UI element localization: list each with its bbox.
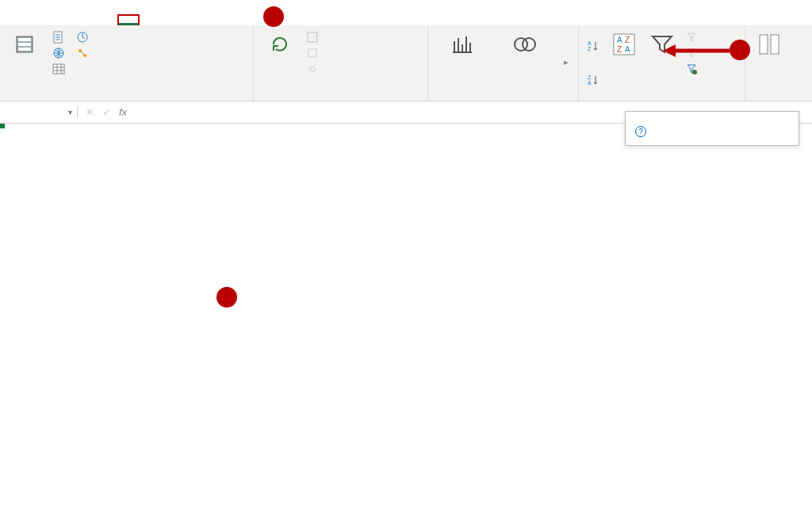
currencies-button[interactable] bbox=[497, 29, 553, 96]
from-web-button[interactable] bbox=[51, 46, 70, 60]
svg-text:A: A bbox=[617, 36, 622, 44]
existing-connections-button[interactable] bbox=[75, 46, 94, 60]
chevron-down-icon[interactable]: ▾ bbox=[68, 108, 72, 116]
sort-desc-icon: ZA bbox=[587, 74, 599, 86]
text-to-columns-icon bbox=[756, 32, 782, 57]
sort-asc-icon: AZ bbox=[587, 40, 599, 52]
svg-rect-3 bbox=[18, 48, 31, 51]
currencies-icon bbox=[512, 32, 538, 57]
callout-3 bbox=[730, 40, 750, 60]
queries-connections-button[interactable] bbox=[304, 30, 324, 44]
svg-text:Z: Z bbox=[625, 36, 630, 44]
svg-text:Z: Z bbox=[588, 46, 592, 52]
group-queries-label bbox=[260, 96, 421, 101]
globe-icon bbox=[52, 47, 65, 59]
filter-button[interactable] bbox=[645, 29, 679, 96]
svg-text:Z: Z bbox=[617, 45, 622, 54]
group-sort-filter-label bbox=[585, 96, 738, 101]
from-text-csv-button[interactable] bbox=[51, 30, 70, 44]
cancel-formula-icon[interactable]: ✕ bbox=[86, 106, 94, 118]
sort-button[interactable]: AZZA bbox=[607, 29, 641, 96]
svg-text:A: A bbox=[588, 80, 592, 86]
tab-form[interactable] bbox=[95, 14, 117, 25]
properties-icon bbox=[306, 47, 319, 59]
svg-marker-27 bbox=[663, 44, 676, 57]
text-to-columns-button[interactable] bbox=[752, 29, 787, 96]
database-icon bbox=[13, 32, 39, 57]
tab-developer[interactable] bbox=[184, 14, 206, 25]
tab-data[interactable] bbox=[117, 14, 140, 25]
svg-text:A: A bbox=[588, 40, 592, 46]
tab-help[interactable] bbox=[206, 14, 228, 25]
edit-links-button bbox=[304, 62, 324, 76]
tell-me-more-link[interactable]: ? bbox=[635, 126, 789, 137]
from-table-range-button[interactable] bbox=[51, 62, 70, 76]
links-icon bbox=[306, 63, 319, 75]
name-box-input[interactable] bbox=[5, 106, 52, 118]
svg-text:Z: Z bbox=[588, 74, 592, 80]
svg-text:A: A bbox=[625, 45, 630, 54]
svg-rect-11 bbox=[308, 49, 316, 57]
table-icon bbox=[52, 63, 65, 75]
tab-view[interactable] bbox=[162, 14, 184, 25]
svg-rect-6 bbox=[53, 64, 64, 74]
get-data-button[interactable] bbox=[6, 29, 46, 96]
callout-1 bbox=[216, 287, 237, 307]
clear-icon bbox=[685, 31, 698, 44]
advanced-button[interactable] bbox=[684, 62, 703, 76]
ribbon: ▸ AZ ZA AZZA bbox=[0, 25, 812, 101]
tab-insert[interactable] bbox=[51, 14, 73, 25]
menu-tabs bbox=[0, 0, 812, 25]
tab-file[interactable] bbox=[6, 14, 29, 25]
refresh-all-button[interactable] bbox=[260, 29, 300, 96]
group-data-tools-label bbox=[752, 96, 787, 101]
svg-point-13 bbox=[523, 38, 535, 51]
svg-rect-24 bbox=[760, 35, 768, 54]
recent-icon bbox=[76, 31, 89, 44]
connections-icon bbox=[76, 47, 89, 59]
sort-icon: AZZA bbox=[611, 32, 637, 57]
text-file-icon bbox=[52, 31, 65, 44]
group-data-types-label bbox=[435, 96, 572, 101]
sort-tooltip: ? bbox=[625, 111, 799, 146]
svg-rect-1 bbox=[18, 38, 31, 41]
properties-button bbox=[304, 46, 324, 60]
tab-review[interactable] bbox=[140, 14, 162, 25]
fx-icon[interactable]: fx bbox=[119, 106, 127, 118]
group-get-transform-label bbox=[6, 96, 247, 101]
stocks-button[interactable] bbox=[439, 29, 486, 96]
name-box[interactable]: ▾ bbox=[0, 106, 78, 118]
queries-icon bbox=[306, 31, 319, 44]
sort-desc-button[interactable]: ZA bbox=[585, 73, 601, 87]
recent-sources-button[interactable] bbox=[75, 30, 94, 44]
callout-2 bbox=[263, 6, 284, 27]
arrow-annotation-icon bbox=[663, 43, 731, 59]
svg-rect-10 bbox=[308, 32, 317, 42]
tab-page-layout[interactable] bbox=[73, 14, 95, 25]
svg-rect-25 bbox=[771, 35, 779, 54]
stocks-icon bbox=[450, 32, 475, 57]
svg-rect-2 bbox=[18, 43, 31, 46]
tab-home[interactable] bbox=[29, 14, 51, 25]
enter-formula-icon[interactable]: ✓ bbox=[102, 106, 111, 118]
sort-asc-button[interactable]: AZ bbox=[585, 39, 601, 53]
advanced-icon bbox=[685, 63, 698, 75]
help-icon: ? bbox=[635, 126, 646, 137]
svg-point-23 bbox=[692, 70, 697, 74]
refresh-icon bbox=[267, 32, 293, 57]
